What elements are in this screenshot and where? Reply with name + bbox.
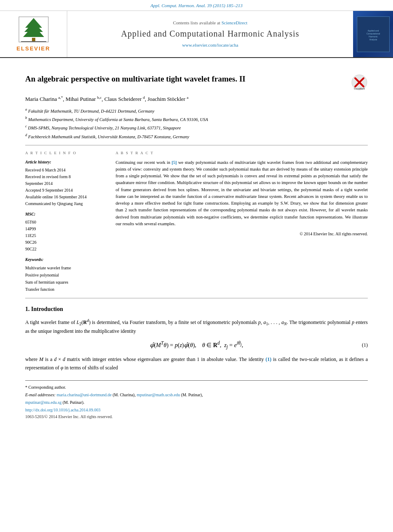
issn-line: 1063-5203/© 2014 Elsevier Inc. All right… xyxy=(25,414,368,420)
copyright-text: © 2014 Elsevier Inc. All rights reserved… xyxy=(116,231,368,237)
affiliations: a Fakultät für Mathematik, TU Dortmund, … xyxy=(25,107,368,140)
journal-url[interactable]: www.elsevier.com/locate/acha xyxy=(182,42,238,48)
intro-para-1: A tight wavelet frame of L2(Rd) is deter… xyxy=(25,317,368,336)
equation-number-1: (1) xyxy=(243,342,368,349)
elsevier-logo: ELSEVIER xyxy=(0,11,67,57)
msc-item: 90C26 xyxy=(25,239,107,246)
abstract-col: A B S T R A C T Continuing our recent wo… xyxy=(116,150,368,293)
journal-citation: Appl. Comput. Harmon. Anal. 39 (2015) 18… xyxy=(0,0,393,11)
keyword-item: Transfer function xyxy=(25,286,107,293)
article-info-abstract: A R T I C L E I N F O Article history: R… xyxy=(25,150,368,293)
elsevier-wordmark: ELSEVIER xyxy=(16,45,50,53)
msc-label: MSC: xyxy=(25,211,107,217)
paper-title-area: An algebraic perspective on multivariate… xyxy=(25,74,368,91)
equation-1-display: φ̂(MTθ) = p(z)φ̂(θ), θ ∈ Rd, zj = eiθj, … xyxy=(25,340,368,351)
contents-available-text: Contents lists available at ScienceDirec… xyxy=(173,20,247,26)
email-putinar-1[interactable]: mputinar@math.ucsb.edu xyxy=(137,392,180,397)
introduction-section: 1. Introduction A tight wavelet frame of… xyxy=(25,305,368,372)
keywords-label: Keywords: xyxy=(25,257,107,263)
footnote-area: * Corresponding author. E-mail addresses… xyxy=(25,380,368,420)
paper-body: An algebraic perspective on multivariate… xyxy=(0,58,393,428)
corresponding-author-note: * Corresponding author. xyxy=(25,384,368,390)
journal-header: ELSEVIER Contents lists available at Sci… xyxy=(0,11,393,58)
citation-text: Appl. Comput. Harmon. Anal. 39 (2015) 18… xyxy=(150,3,243,8)
history-item: September 2014 xyxy=(25,180,107,187)
svg-text:Applied and: Applied and xyxy=(367,29,379,32)
svg-text:Analysis: Analysis xyxy=(369,38,377,41)
history-item: Communicated by Qingtang Jiang xyxy=(25,200,107,207)
journal-cover-image: Applied and Computational Harmonic Analy… xyxy=(353,11,393,57)
svg-text:Harmonic: Harmonic xyxy=(369,35,378,38)
divider-1 xyxy=(25,145,368,145)
keywords-items: Multivariate wavelet frame Positive poly… xyxy=(25,264,107,293)
intro-heading: 1. Introduction xyxy=(25,305,368,313)
svg-text:CrossMark: CrossMark xyxy=(354,87,365,90)
email-charina[interactable]: maria.charina@uni-dortmund.de xyxy=(57,392,112,397)
history-item: Accepted 9 September 2014 xyxy=(25,187,107,194)
history-items: Received 6 March 2014 Received in revise… xyxy=(25,167,107,207)
msc-item: 11E25 xyxy=(25,232,107,239)
paper-title: An algebraic perspective on multivariate… xyxy=(25,74,347,84)
email-putinar-2[interactable]: mputinar@ntu.edu.sg xyxy=(25,400,61,405)
intro-para-2: where M is a d × d matrix with integer e… xyxy=(25,356,368,371)
email-addresses: E-mail addresses: maria.charina@uni-dort… xyxy=(25,392,368,398)
keyword-item: Positive polynomial xyxy=(25,271,107,279)
affiliation-b: b Mathematics Department, University of … xyxy=(25,115,368,123)
history-item: Received 6 March 2014 xyxy=(25,167,107,174)
abstract-label: A B S T R A C T xyxy=(116,150,368,156)
doi-line[interactable]: http://dx.doi.org/10.1016/j.acha.2014.09… xyxy=(25,407,368,413)
history-item: Received in revised form 8 xyxy=(25,174,107,180)
msc-item: 14P99 xyxy=(25,226,107,232)
affiliation-d: d Fachbereich Mathematik und Statistik, … xyxy=(25,132,368,140)
affiliation-a: a Fakultät für Mathematik, TU Dortmund, … xyxy=(25,107,368,114)
history-item: Available online 16 September 2014 xyxy=(25,194,107,200)
journal-title-area: Contents lists available at ScienceDirec… xyxy=(67,11,353,57)
msc-items: 65T60 14P99 11E25 90C26 90C22 xyxy=(25,219,107,253)
msc-item: 90C22 xyxy=(25,246,107,253)
keyword-item: Multivariate wavelet frame xyxy=(25,264,107,271)
svg-text:Computational: Computational xyxy=(366,32,380,35)
journal-full-title: Applied and Computational Harmonic Analy… xyxy=(121,28,299,40)
keyword-item: Sum of hermitian squares xyxy=(25,279,107,286)
divider-2 xyxy=(25,298,368,298)
article-info-col: A R T I C L E I N F O Article history: R… xyxy=(25,150,107,293)
equation-1: φ̂(MTθ) = p(z)φ̂(θ), θ ∈ Rd, zj = eiθj, xyxy=(150,340,243,351)
crossmark-icon[interactable]: CrossMark xyxy=(351,74,368,91)
msc-item: 65T60 xyxy=(25,219,107,226)
elsevier-tree-icon xyxy=(17,16,50,43)
affiliation-c: c DMS-SPMS, Nanyang Technological Univer… xyxy=(25,124,368,131)
abstract-text: Continuing our recent work in [5] we stu… xyxy=(116,159,368,237)
article-history-label: Article history: xyxy=(25,159,107,165)
article-info-label: A R T I C L E I N F O xyxy=(25,150,107,156)
authors-line: Maria Charina a,*, Mihai Putinar b,c, Cl… xyxy=(25,95,368,103)
sciencedirect-link[interactable]: ScienceDirect xyxy=(222,20,248,25)
email-putinar-2-line: mputinar@ntu.edu.sg (M. Putinar). xyxy=(25,399,368,406)
